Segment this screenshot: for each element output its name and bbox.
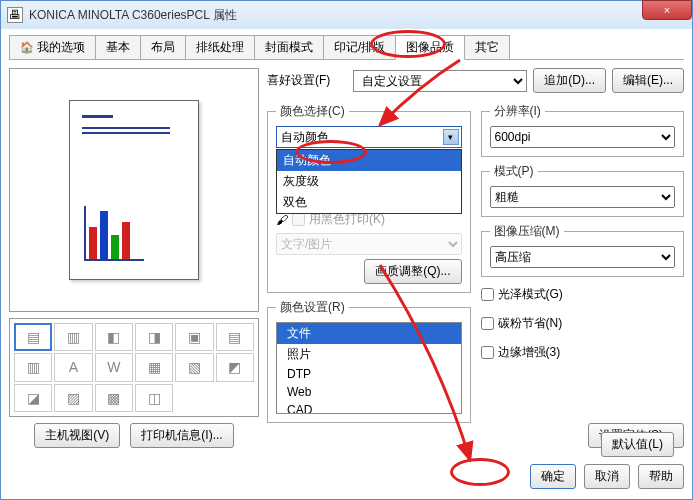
cs-opt-1[interactable]: 照片	[277, 344, 461, 365]
window-title: KONICA MINOLTA C360eriesPCL 属性	[29, 7, 237, 24]
compression-legend: 图像压缩(M)	[490, 223, 564, 240]
pref-select[interactable]: 自定义设置	[353, 70, 527, 92]
color-setting-legend: 颜色设置(R)	[276, 299, 349, 316]
titlebar: 🖶 KONICA MINOLTA C360eriesPCL 属性 ×	[1, 1, 692, 29]
thumb-15[interactable]: ▩	[95, 384, 133, 412]
gloss-check[interactable]	[481, 288, 494, 301]
preset-thumbnails: ▤ ▥ ◧ ◨ ▣ ▤ ▥ A W ▦ ▧ ◩ ◪ ▨ ▩ ◫	[9, 318, 259, 417]
tab-bar: 我的选项 基本 布局 排纸处理 封面模式 印记/排版 图像品质 其它	[9, 35, 684, 60]
toner-save-check[interactable]	[481, 317, 494, 330]
tab-other[interactable]: 其它	[464, 35, 510, 59]
preview-chart-icon	[84, 206, 144, 261]
thumb-4[interactable]: ◨	[135, 323, 173, 351]
thumb-7[interactable]: ▥	[14, 353, 52, 381]
thumb-13[interactable]: ◪	[14, 384, 52, 412]
cs-opt-4[interactable]: CAD	[277, 401, 461, 414]
toner-label: 碳粉节省(N)	[498, 315, 563, 332]
printer-icon: 🖶	[7, 7, 23, 23]
close-button[interactable]: ×	[642, 0, 692, 20]
cs-opt-2[interactable]: DTP	[277, 365, 461, 383]
preview-page	[69, 100, 199, 280]
edge-check[interactable]	[481, 346, 494, 359]
color-opt-duo[interactable]: 双色	[277, 192, 461, 213]
mode-group: 模式(P) 粗糙	[481, 163, 685, 217]
thumb-8[interactable]: A	[54, 353, 92, 381]
cs-opt-3[interactable]: Web	[277, 383, 461, 401]
thumb-11[interactable]: ▧	[175, 353, 213, 381]
resolution-group: 分辨率(I) 600dpi	[481, 103, 685, 157]
color-setting-list[interactable]: 文件 照片 DTP Web CAD	[276, 322, 462, 414]
compression-group: 图像压缩(M) 高压缩	[481, 223, 685, 277]
ok-button[interactable]: 确定	[530, 464, 576, 489]
cancel-button[interactable]: 取消	[584, 464, 630, 489]
page-preview	[9, 68, 259, 312]
tab-my-options[interactable]: 我的选项	[9, 35, 96, 59]
default-button[interactable]: 默认值(L)	[601, 432, 674, 457]
printer-info-button[interactable]: 打印机信息(I)...	[130, 423, 233, 448]
gloss-label: 光泽模式(G)	[498, 286, 563, 303]
color-opt-auto[interactable]: 自动颜色	[277, 150, 461, 171]
pref-label: 喜好设置(F)	[267, 72, 347, 89]
main-view-button[interactable]: 主机视图(V)	[34, 423, 120, 448]
color-opt-gray[interactable]: 灰度级	[277, 171, 461, 192]
help-button[interactable]: 帮助	[638, 464, 684, 489]
thumb-16[interactable]: ◫	[135, 384, 173, 412]
pref-add-button[interactable]: 追加(D)...	[533, 68, 606, 93]
color-select-combo[interactable]: 自动颜色 ▾ 自动颜色 灰度级 双色	[276, 126, 462, 148]
cs-opt-0[interactable]: 文件	[277, 323, 461, 344]
tab-image-quality[interactable]: 图像品质	[395, 35, 465, 60]
thumb-12[interactable]: ◩	[216, 353, 254, 381]
compression-select[interactable]: 高压缩	[490, 246, 676, 268]
tab-stamp[interactable]: 印记/排版	[323, 35, 396, 59]
thumb-10[interactable]: ▦	[135, 353, 173, 381]
edge-label: 边缘增强(3)	[498, 344, 561, 361]
thumb-5[interactable]: ▣	[175, 323, 213, 351]
thumb-14[interactable]: ▨	[54, 384, 92, 412]
thumb-6[interactable]: ▤	[216, 323, 254, 351]
color-select-group: 颜色选择(C) 自动颜色 ▾ 自动颜色 灰度级 双色	[267, 103, 471, 293]
tab-output[interactable]: 排纸处理	[185, 35, 255, 59]
tab-basic[interactable]: 基本	[95, 35, 141, 59]
color-select-value: 自动颜色	[281, 129, 329, 146]
color-select-dropdown: 自动颜色 灰度级 双色	[276, 149, 462, 214]
quality-adjust-button[interactable]: 画质调整(Q)...	[364, 259, 461, 284]
thumb-1[interactable]: ▤	[14, 323, 52, 351]
mode-select[interactable]: 粗糙	[490, 186, 676, 208]
resolution-legend: 分辨率(I)	[490, 103, 545, 120]
black-print-check[interactable]	[292, 213, 305, 226]
mode-legend: 模式(P)	[490, 163, 538, 180]
color-select-legend: 颜色选择(C)	[276, 103, 349, 120]
resolution-select[interactable]: 600dpi	[490, 126, 676, 148]
tab-cover[interactable]: 封面模式	[254, 35, 324, 59]
properties-dialog: 🖶 KONICA MINOLTA C360eriesPCL 属性 × 我的选项 …	[0, 0, 693, 500]
text-image-select[interactable]: 文字/图片	[276, 233, 462, 255]
color-setting-group: 颜色设置(R) 文件 照片 DTP Web CAD	[267, 299, 471, 423]
paint-icon: 🖌	[276, 213, 288, 227]
thumb-2[interactable]: ▥	[54, 323, 92, 351]
chevron-down-icon: ▾	[443, 129, 459, 145]
thumb-9[interactable]: W	[95, 353, 133, 381]
thumb-3[interactable]: ◧	[95, 323, 133, 351]
pref-edit-button[interactable]: 编辑(E)...	[612, 68, 684, 93]
tab-layout[interactable]: 布局	[140, 35, 186, 59]
